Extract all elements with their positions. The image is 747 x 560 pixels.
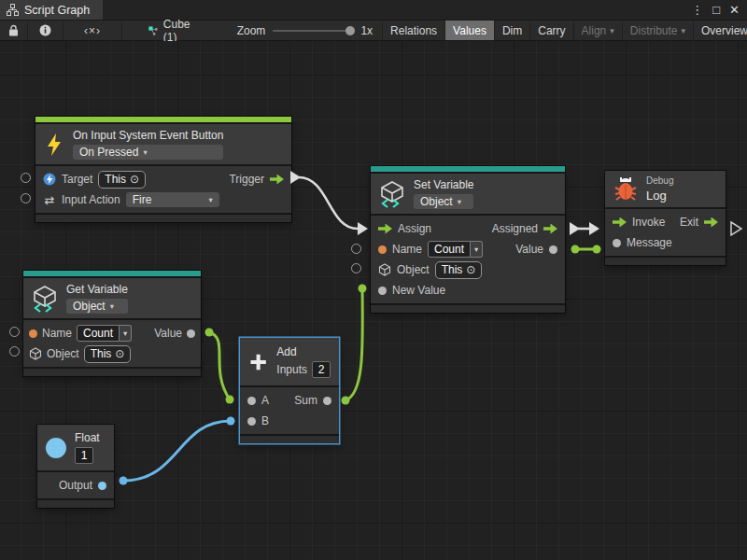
node-get-variable[interactable]: Get Variable Object ▾ Name Count ▾ (23, 271, 201, 376)
info-icon (39, 24, 51, 36)
port-name-input[interactable] (378, 245, 387, 254)
port-output[interactable] (98, 482, 106, 490)
wire-add-sum-to-new-value (342, 285, 367, 405)
node-footer (35, 215, 291, 222)
port-new-value-input[interactable] (378, 287, 387, 295)
node-title: Log (646, 189, 673, 203)
node-title: Add (276, 345, 331, 358)
inputs-count-field[interactable]: 2 (312, 361, 331, 378)
tab-script-graph[interactable]: Script Graph (0, 0, 103, 20)
port-b-input[interactable] (247, 417, 256, 426)
node-title: Set Variable (414, 178, 473, 191)
port-exit-output[interactable] (704, 217, 718, 228)
window-controls: ⋮ □ ✕ (691, 0, 747, 20)
graph-context[interactable]: Cube (1) (139, 21, 204, 40)
port-value-output[interactable] (187, 329, 195, 338)
port-row-assign: Assign Assigned (371, 218, 565, 239)
target-self-button[interactable]: This ⊙ (98, 171, 146, 189)
node-footer (240, 436, 339, 443)
port-row-b: B (240, 411, 339, 431)
distribute-dropdown[interactable]: Distribute ▾ (623, 21, 694, 40)
relations-button[interactable]: Relations (382, 21, 445, 40)
port-a-input[interactable] (247, 397, 256, 405)
cube-icon (378, 263, 391, 276)
node-header: Debug Log (605, 171, 726, 207)
variable-kind-dropdown[interactable]: Object ▾ (66, 299, 128, 314)
port-row-a: A Sum (240, 390, 339, 411)
lock-icon (8, 24, 19, 36)
zoom-to-fit-button[interactable]: ‹×› (63, 21, 122, 40)
node-footer (23, 369, 201, 376)
variable-name-dropdown[interactable]: Count ▾ (428, 241, 483, 258)
context-label: Cube (1) (163, 18, 194, 44)
node-body: Name Count ▾ Value Object This (23, 320, 201, 367)
wire-trigger-to-assign (290, 171, 368, 235)
graph-canvas[interactable]: On Input System Event Button On Pressed … (0, 41, 747, 560)
input-action-dropdown[interactable]: Fire ▾ (126, 192, 219, 207)
lock-button[interactable] (0, 21, 28, 40)
unconnected-port-indicator[interactable] (21, 193, 31, 203)
variable-accent-strip (371, 166, 565, 172)
maximize-icon[interactable]: □ (712, 3, 720, 17)
chevron-down-icon: ▾ (471, 241, 483, 258)
info-button[interactable] (28, 21, 63, 40)
wire-getvariable-to-add-a (205, 329, 234, 404)
node-header: Set Variable Object ▾ (371, 174, 565, 214)
node-body: Invoke Exit Message (605, 209, 726, 256)
values-button[interactable]: Values (445, 21, 495, 40)
unconnected-port-indicator[interactable] (351, 263, 361, 273)
tab-label: Script Graph (24, 4, 90, 17)
node-debug-log[interactable]: Debug Log Invoke Exit Message (605, 171, 726, 265)
variable-icon (32, 285, 58, 313)
close-icon[interactable]: ✕ (729, 3, 740, 17)
dim-button[interactable]: Dim (495, 21, 530, 40)
graph-toolbar: ‹×› Cube (1) Zoom 1x Relations Values (0, 21, 747, 41)
port-sum-output[interactable] (323, 397, 331, 405)
plus-icon (248, 350, 268, 374)
object-self-button[interactable]: This ⊙ (84, 345, 132, 363)
unconnected-port-indicator[interactable] (9, 327, 20, 337)
node-float[interactable]: Float 1 Output (37, 425, 114, 508)
node-on-input-system-event-button[interactable]: On Input System Event Button On Pressed … (35, 117, 291, 222)
port-invoke-input[interactable] (613, 217, 627, 228)
unconnected-port-indicator[interactable] (351, 244, 361, 254)
variable-name-dropdown[interactable]: Count ▾ (77, 325, 132, 342)
lightning-icon (44, 133, 64, 157)
port-row-output: Output (37, 475, 114, 496)
node-set-variable[interactable]: Set Variable Object ▾ Assign Assigned (371, 166, 565, 313)
variable-accent-strip (23, 271, 201, 276)
zoom-control: Zoom 1x (228, 21, 382, 40)
node-header: Add Inputs 2 (240, 338, 339, 385)
node-add[interactable]: Add Inputs 2 A Sum B (240, 338, 339, 443)
variable-kind-dropdown[interactable]: Object ▾ (414, 194, 473, 209)
unconnected-exit-indicator (731, 222, 741, 235)
zoom-slider-handle[interactable] (345, 26, 355, 35)
port-row-object: Object This ⊙ (23, 343, 201, 364)
node-header: Get Variable Object ▾ (23, 278, 201, 318)
more-menu-icon[interactable]: ⋮ (691, 3, 703, 17)
node-footer (37, 500, 114, 508)
chevron-down-icon: ▾ (458, 197, 461, 206)
zoom-fit-icon: ‹×› (84, 24, 101, 37)
unconnected-port-indicator[interactable] (21, 173, 31, 183)
unconnected-port-indicator[interactable] (9, 346, 20, 357)
node-title: On Input System Event Button (73, 129, 223, 142)
port-row-name: Name Count ▾ Value (371, 239, 565, 259)
target-icon: ⊙ (115, 347, 124, 360)
object-self-button[interactable]: This ⊙ (435, 261, 483, 279)
port-name-input[interactable] (29, 329, 37, 338)
overview-button[interactable]: Overview (694, 21, 747, 40)
target-icon: ⊙ (466, 263, 475, 276)
port-message-input[interactable] (613, 239, 621, 247)
port-trigger-output[interactable] (270, 175, 284, 185)
port-assigned-output[interactable] (543, 224, 557, 234)
graph-icon (7, 4, 19, 16)
event-mode-dropdown[interactable]: On Pressed ▾ (73, 145, 223, 160)
port-value-output[interactable] (549, 245, 557, 254)
port-assign-input[interactable] (378, 224, 392, 234)
float-value-field[interactable]: 1 (75, 447, 93, 464)
carry-button[interactable]: Carry (530, 21, 573, 40)
target-icon: ⊙ (130, 173, 139, 186)
align-dropdown[interactable]: Align ▾ (574, 21, 623, 40)
zoom-slider[interactable] (273, 30, 353, 32)
